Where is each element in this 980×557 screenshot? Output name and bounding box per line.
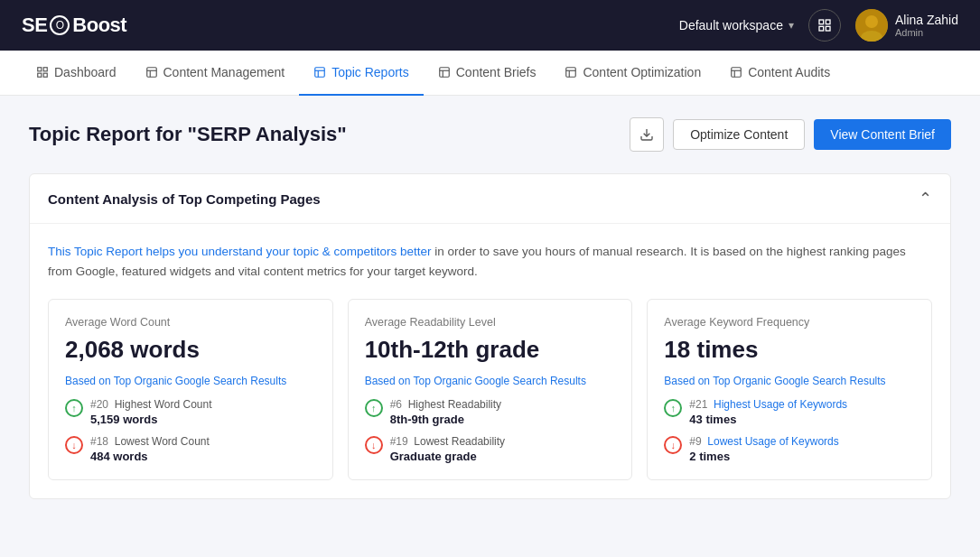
stat-row-info-1-0: #6 Highest Readability 8th-9th grade [390,398,501,426]
green-up-icon-1: ↑ [365,399,383,417]
stat-sub-1-0: 8th-9th grade [390,413,501,426]
stat-row-info-0-0: #20 Highest Word Count 5,159 words [90,398,212,426]
notifications-button[interactable] [808,9,841,42]
main-nav: Dashboard Content Management Topic Repor… [0,51,980,96]
stat-sub-0-1: 484 words [90,450,210,463]
stat-label-0: Average Word Count [65,316,316,329]
stat-rank-0-1: #18 Lowest Word Count [90,435,210,448]
section-header: Content Analysis of Top Competing Pages … [30,174,950,224]
stat-row-lowest-word: ↓ #18 Lowest Word Count 484 words [65,435,316,463]
content-analysis-section: Content Analysis of Top Competing Pages … [29,173,951,499]
stat-rank-2-0: #21 Highest Usage of Keywords [689,398,847,411]
view-content-brief-button[interactable]: View Content Brief [814,119,951,150]
stat-card-readability: Average Readability Level 10th-12th grad… [348,299,633,480]
svg-rect-10 [43,73,47,77]
stat-row-highest-kw: ↑ #21 Highest Usage of Keywords 43 times [664,398,915,426]
stat-card-word-count: Average Word Count 2,068 words Based on … [48,299,333,480]
green-up-icon-2: ↑ [664,399,682,417]
stat-label-2: Average Keyword Frequency [664,316,915,329]
stat-sub-0-0: 5,159 words [90,413,212,426]
stat-label-1: Average Readability Level [365,316,616,329]
red-down-icon-2: ↓ [664,436,682,454]
svg-rect-11 [146,67,156,77]
svg-rect-8 [43,67,47,70]
nav-item-content-optimization[interactable]: Content Optimization [550,51,715,96]
nav-label-content-briefs: Content Briefs [456,65,537,79]
user-name: Alina Zahid [895,13,958,27]
stat-value-1: 10th-12th grade [365,336,616,364]
svg-rect-0 [819,20,824,24]
nav-item-content-briefs[interactable]: Content Briefs [424,51,551,96]
svg-rect-2 [826,26,830,31]
header-right: Default workspace ▾ Alina Zahid Admin [679,9,958,42]
nav-label-topic-reports: Topic Reports [331,65,409,79]
download-button[interactable] [630,117,664,152]
page-title: Topic Report for "SERP Analysis" [29,123,347,146]
user-info: Alina Zahid Admin [895,13,958,38]
svg-rect-23 [732,67,742,77]
svg-rect-20 [566,67,576,77]
green-up-icon-0: ↑ [65,399,83,417]
stat-rank-2-1: #9 Lowest Usage of Keywords [689,435,838,448]
user-role: Admin [895,27,958,38]
stat-rows-1: ↑ #6 Highest Readability 8th-9th grade ↓… [365,398,616,463]
avatar [855,9,888,42]
stat-rows-0: ↑ #20 Highest Word Count 5,159 words ↓ #… [65,398,316,463]
stat-row-info-0-1: #18 Lowest Word Count 484 words [90,435,210,463]
stat-value-2: 18 times [664,336,915,364]
svg-rect-3 [819,26,824,31]
chevron-down-icon: ▾ [789,19,794,32]
stat-value-0: 2,068 words [65,336,316,364]
svg-rect-17 [439,67,449,77]
red-down-icon-1: ↓ [365,436,383,454]
workspace-label: Default workspace [679,18,783,32]
logo-text-seo: SE [22,14,47,37]
optimize-content-button[interactable]: Optimize Content [673,119,805,150]
svg-rect-9 [38,73,42,77]
collapse-button[interactable]: ⌃ [919,189,932,209]
svg-rect-7 [38,67,42,70]
svg-rect-14 [315,67,325,77]
stat-card-keyword-freq: Average Keyword Frequency 18 times Based… [647,299,932,480]
main-content: Topic Report for "SERP Analysis" Optimiz… [0,96,980,521]
svg-point-5 [865,15,878,28]
logo-icon: O [50,15,70,35]
stat-row-info-1-1: #19 Lowest Readability Graduate grade [390,435,505,463]
nav-item-content-audits[interactable]: Content Audits [715,51,845,96]
logo: SE O Boost [22,14,126,37]
stat-row-lowest-kw: ↓ #9 Lowest Usage of Keywords 2 times [664,435,915,463]
stat-row-info-2-0: #21 Highest Usage of Keywords 43 times [689,398,847,426]
stats-grid: Average Word Count 2,068 words Based on … [48,299,932,480]
nav-item-dashboard[interactable]: Dashboard [22,51,131,96]
nav-label-dashboard: Dashboard [54,65,117,79]
stat-source-0: Based on Top Organic Google Search Resul… [65,375,316,387]
stat-rank-1-0: #6 Highest Readability [390,398,501,411]
stat-sub-1-1: Graduate grade [390,450,505,463]
logo-text-boost: Boost [72,14,126,37]
stat-row-highest-word: ↑ #20 Highest Word Count 5,159 words [65,398,316,426]
stat-source-1: Based on Top Organic Google Search Resul… [365,375,616,387]
workspace-selector[interactable]: Default workspace ▾ [679,18,794,32]
user-area: Alina Zahid Admin [855,9,958,42]
stat-row-info-2-1: #9 Lowest Usage of Keywords 2 times [689,435,838,463]
intro-highlight: This Topic Report helps you understand y… [48,245,434,258]
stat-source-2: Based on Top Organic Google Search Resul… [664,375,915,387]
stat-rank-0-0: #20 Highest Word Count [90,398,212,411]
intro-text: This Topic Report helps you understand y… [48,242,932,281]
nav-item-content-management[interactable]: Content Management [131,51,300,96]
section-title: Content Analysis of Top Competing Pages [48,191,321,207]
app-header: SE O Boost Default workspace ▾ Alina [0,0,980,51]
stat-sub-2-0: 43 times [689,413,847,426]
stat-row-lowest-read: ↓ #19 Lowest Readability Graduate grade [365,435,616,463]
svg-rect-1 [826,20,830,24]
stat-row-highest-read: ↑ #6 Highest Readability 8th-9th grade [365,398,616,426]
red-down-icon-0: ↓ [65,436,83,454]
page-header: Topic Report for "SERP Analysis" Optimiz… [29,117,951,152]
stat-rank-1-1: #19 Lowest Readability [390,435,505,448]
stat-rows-2: ↑ #21 Highest Usage of Keywords 43 times… [664,398,915,463]
nav-label-content-audits: Content Audits [748,65,830,79]
nav-label-content-optimization: Content Optimization [583,65,701,79]
nav-item-topic-reports[interactable]: Topic Reports [299,51,424,96]
section-body: This Topic Report helps you understand y… [30,224,950,498]
nav-label-content-management: Content Management [163,65,285,79]
